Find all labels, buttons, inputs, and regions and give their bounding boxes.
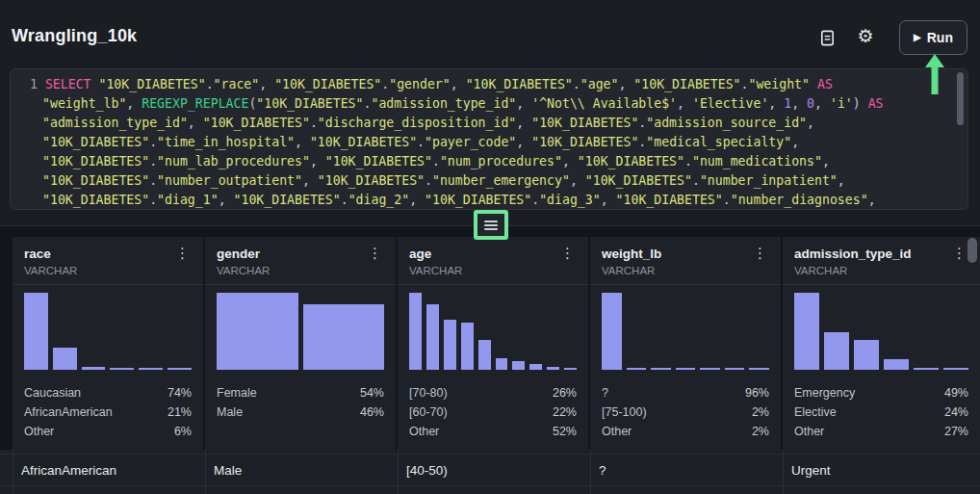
histogram-bar bbox=[794, 293, 819, 370]
stat-label: Other bbox=[24, 425, 54, 438]
stat-row: [75-100)2% bbox=[602, 403, 769, 422]
stat-row: AfricanAmerican21% bbox=[24, 403, 192, 422]
editor-scrollbar[interactable] bbox=[957, 72, 964, 125]
kebab-menu-icon[interactable]: ⋮ bbox=[173, 247, 192, 260]
table-row-partial bbox=[0, 486, 980, 494]
stat-value: 22% bbox=[553, 405, 577, 419]
column-histogram bbox=[794, 293, 968, 370]
results-scrollbar[interactable] bbox=[967, 238, 977, 263]
stat-label: Emergency bbox=[794, 386, 855, 400]
table-cell[interactable]: AfricanAmerican bbox=[13, 455, 205, 485]
sql-code-editor[interactable]: 1 SELECT "10K_DIABETES"."race", "10K_DIA… bbox=[10, 68, 968, 210]
column-card-gender: gender VARCHAR ⋮ Female54%Male46% bbox=[205, 237, 396, 450]
histogram-bar bbox=[512, 361, 525, 370]
column-stats: Caucasian74%AfricanAmerican21%Other6% bbox=[24, 383, 192, 441]
column-type: VARCHAR bbox=[24, 265, 77, 276]
stat-label: AfricanAmerican bbox=[24, 405, 113, 419]
stat-label: Other bbox=[409, 425, 439, 438]
stat-row: ?96% bbox=[602, 383, 769, 403]
table-cell[interactable]: Male bbox=[205, 455, 398, 485]
stat-label: ? bbox=[602, 386, 608, 400]
stat-row: Emergency49% bbox=[794, 383, 968, 403]
histogram-bar bbox=[564, 368, 577, 370]
kebab-menu-icon[interactable]: ⋮ bbox=[558, 247, 577, 260]
table-cell[interactable]: Urgent bbox=[783, 455, 975, 485]
column-name: age bbox=[409, 247, 462, 261]
run-annotation-arrow bbox=[924, 54, 945, 98]
histogram-bar bbox=[496, 358, 508, 370]
card-divider bbox=[205, 284, 396, 285]
stat-row: Other52% bbox=[409, 422, 577, 441]
column-stats: [70-80)26%[60-70)22%Other52% bbox=[409, 383, 577, 441]
stat-value: 24% bbox=[944, 405, 968, 419]
page-title: Wrangling_10k bbox=[12, 26, 137, 46]
column-histogram bbox=[217, 293, 384, 370]
histogram-bar bbox=[914, 368, 939, 370]
histogram-bar bbox=[725, 368, 745, 370]
stat-value: 46% bbox=[360, 405, 384, 419]
stat-label: Other bbox=[602, 425, 632, 438]
histogram-bar bbox=[943, 368, 968, 370]
histogram-bar bbox=[444, 320, 456, 370]
histogram-bar bbox=[478, 340, 491, 370]
stat-value: 2% bbox=[752, 425, 769, 438]
column-name: weight_lb bbox=[602, 247, 661, 261]
stat-label: [60-70) bbox=[409, 405, 448, 419]
histogram-bar bbox=[426, 304, 439, 370]
table-cell[interactable]: ? bbox=[590, 455, 783, 485]
stat-label: Elective bbox=[794, 405, 837, 419]
column-name: admission_type_id bbox=[794, 247, 912, 261]
docs-button[interactable] bbox=[814, 25, 839, 50]
column-histogram bbox=[602, 293, 769, 370]
sql-code: 1 SELECT "10K_DIABETES"."race", "10K_DIA… bbox=[11, 75, 967, 210]
results-panel: race VARCHAR ⋮ Caucasian74%AfricanAmeric… bbox=[0, 225, 980, 494]
stat-label: Male bbox=[217, 405, 243, 419]
stat-row: Other27% bbox=[794, 422, 968, 441]
column-card-weight_lb: weight_lb VARCHAR ⋮ ?96%[75-100)2%Other2… bbox=[590, 237, 781, 450]
stat-row: Other2% bbox=[602, 422, 769, 441]
histogram-bar bbox=[529, 364, 542, 370]
stat-label: [75-100) bbox=[602, 405, 647, 419]
card-divider bbox=[590, 284, 781, 285]
histogram-bar bbox=[82, 367, 106, 370]
stat-value: 52% bbox=[553, 425, 577, 438]
stat-label: Caucasian bbox=[24, 386, 81, 400]
section-menu-button[interactable] bbox=[474, 210, 508, 240]
table-cell[interactable]: [40-50) bbox=[398, 455, 590, 485]
column-card-age: age VARCHAR ⋮ [70-80)26%[60-70)22%Other5… bbox=[398, 237, 588, 450]
column-profile-cards: race VARCHAR ⋮ Caucasian74%AfricanAmeric… bbox=[13, 237, 980, 450]
histogram-bar bbox=[168, 368, 192, 370]
stat-value: 26% bbox=[553, 386, 577, 400]
column-type: VARCHAR bbox=[217, 265, 270, 276]
run-button[interactable]: ▶ Run bbox=[899, 20, 967, 55]
kebab-menu-icon[interactable]: ⋮ bbox=[950, 247, 968, 260]
stat-row: Elective24% bbox=[794, 403, 968, 422]
stat-row: Caucasian74% bbox=[24, 383, 192, 403]
stat-row: Male46% bbox=[217, 403, 384, 422]
histogram-bar bbox=[24, 293, 48, 370]
kebab-menu-icon[interactable]: ⋮ bbox=[366, 247, 384, 260]
histogram-bar bbox=[676, 368, 696, 370]
run-button-label: Run bbox=[927, 30, 953, 45]
column-stats: Emergency49%Elective24%Other27% bbox=[794, 383, 968, 441]
histogram-bar bbox=[854, 340, 879, 370]
stat-value: 74% bbox=[168, 386, 192, 400]
histogram-bar bbox=[651, 368, 671, 370]
settings-button[interactable]: ⚙ bbox=[853, 23, 878, 48]
histogram-bar bbox=[139, 368, 163, 370]
histogram-bar bbox=[110, 368, 134, 370]
data-table: AfricanAmericanMale[40-50)?Urgent bbox=[0, 450, 980, 494]
column-stats: ?96%[75-100)2%Other2% bbox=[602, 383, 769, 441]
play-icon: ▶ bbox=[914, 33, 921, 42]
card-divider bbox=[783, 284, 980, 285]
histogram-bar bbox=[824, 332, 849, 370]
histogram-bar bbox=[627, 368, 647, 370]
kebab-menu-icon[interactable]: ⋮ bbox=[751, 247, 769, 260]
histogram-bar bbox=[547, 367, 559, 370]
hamburger-icon bbox=[484, 221, 498, 222]
histogram-bar bbox=[749, 368, 769, 370]
stat-label: Other bbox=[794, 425, 824, 438]
stat-label: Female bbox=[217, 386, 257, 400]
card-divider bbox=[398, 284, 588, 285]
histogram-bar bbox=[602, 293, 622, 370]
